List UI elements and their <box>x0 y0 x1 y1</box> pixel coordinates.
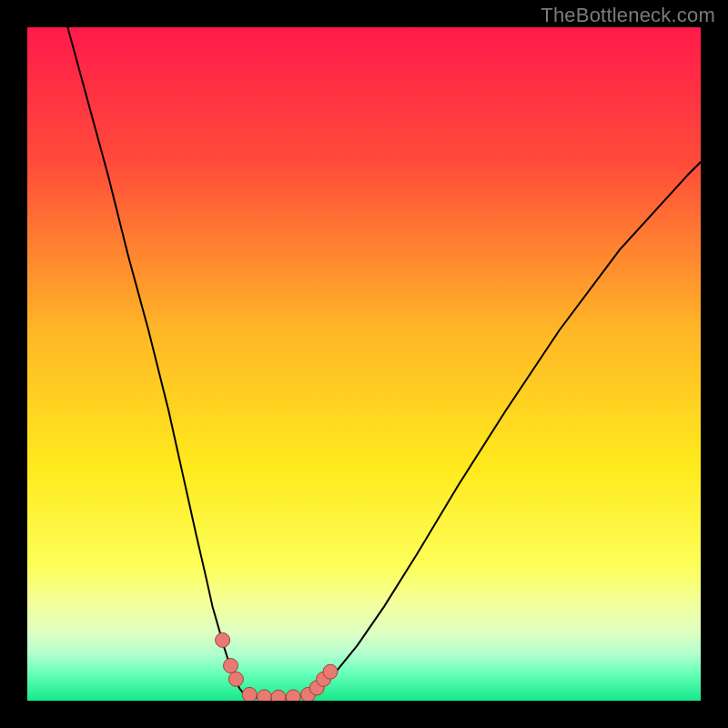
marker-point <box>242 687 257 701</box>
chart-frame: TheBottleneck.com <box>0 0 728 728</box>
bottleneck-curve <box>67 27 701 699</box>
marker-point <box>216 632 230 647</box>
plot-area <box>27 27 701 701</box>
marker-point <box>228 672 243 686</box>
marker-point <box>323 664 338 679</box>
curve-markers <box>216 632 338 701</box>
watermark-text: TheBottleneck.com <box>541 4 715 27</box>
marker-point <box>257 690 271 701</box>
marker-point <box>223 659 238 673</box>
curve-layer <box>27 27 701 701</box>
marker-point <box>271 690 286 701</box>
marker-point <box>286 690 300 701</box>
